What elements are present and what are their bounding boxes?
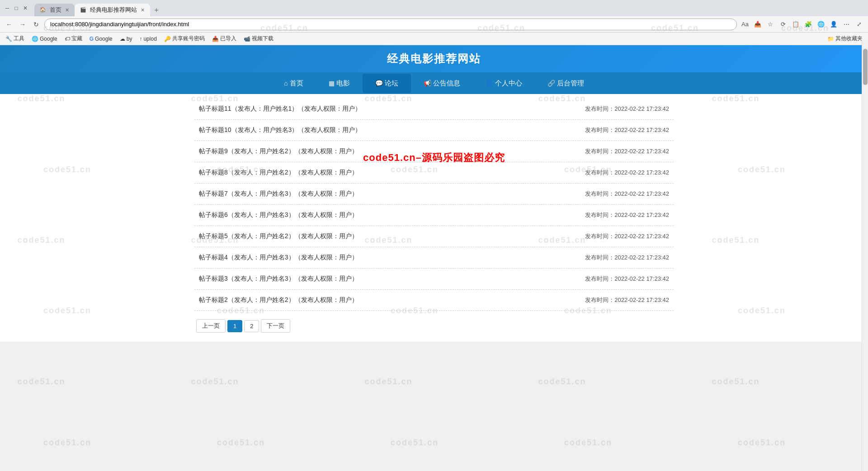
site-header: 经典电影推荐网站 xyxy=(0,45,868,72)
post-item[interactable]: 帖子标题3（发布人：用户姓名3）（发布人权限：用户） 发布时间：2022-02-… xyxy=(194,268,674,290)
post-item[interactable]: 帖子标题9（发布人：用户姓名2）（发布人权限：用户） 发布时间：2022-02-… xyxy=(194,141,674,162)
nav-admin-label: 后台管理 xyxy=(557,79,584,88)
bookmark-google2[interactable]: G Google xyxy=(88,35,114,43)
tab-close-home[interactable]: ✕ xyxy=(65,7,69,13)
post-title: 帖子标题5（发布人：用户姓名2）（发布人权限：用户） xyxy=(199,232,358,240)
scroll-track[interactable] xyxy=(862,40,868,342)
bookmark-by[interactable]: ☁ by xyxy=(118,35,134,43)
post-time: 发布时间：2022-02-22 17:23:42 xyxy=(585,232,669,240)
admin-icon: 🔗 xyxy=(547,80,555,87)
post-item[interactable]: 帖子标题10（发布人：用户姓名3）（发布人权限：用户） 发布时间：2022-02… xyxy=(194,120,674,141)
post-time: 发布时间：2022-02-22 17:23:42 xyxy=(585,254,669,262)
window-controls[interactable]: ─ □ ✕ xyxy=(4,5,29,12)
movie-icon: ▦ xyxy=(329,80,335,87)
prev-page-button[interactable]: 上一页 xyxy=(196,319,226,333)
address-input[interactable] xyxy=(44,19,737,30)
clipboard-icon[interactable]: 📋 xyxy=(790,19,801,30)
translate-icon[interactable]: 🌐 xyxy=(816,19,826,30)
post-item[interactable]: 帖子标题5（发布人：用户姓名2）（发布人权限：用户） 发布时间：2022-02-… xyxy=(194,226,674,247)
post-time: 发布时间：2022-02-22 17:23:42 xyxy=(585,105,669,113)
minimize-button[interactable]: ─ xyxy=(4,5,11,12)
post-title: 帖子标题10（发布人：用户姓名3）（发布人权限：用户） xyxy=(199,126,361,134)
toolbar-icons: Aa 📥 ☆ ⟳ 📋 🧩 🌐 👤 ⋯ ⤢ xyxy=(740,19,864,30)
forward-button[interactable]: → xyxy=(17,19,28,30)
star-icon[interactable]: ☆ xyxy=(765,19,776,30)
post-title: 帖子标题11（发布人：用户姓名1）（发布人权限：用户） xyxy=(199,105,361,113)
bookmark-imported[interactable]: 📥 已导入 xyxy=(210,34,238,43)
tab-label-movie: 经典电影推荐网站 xyxy=(90,6,137,14)
address-bar-row: ← → ↻ Aa 📥 ☆ ⟳ 📋 🧩 🌐 👤 ⋯ ⤢ xyxy=(0,16,868,33)
nav-notice-label: 公告信息 xyxy=(433,79,460,88)
post-time: 发布时间：2022-02-22 17:23:42 xyxy=(585,126,669,134)
tab-close-movie[interactable]: ✕ xyxy=(141,7,145,13)
browser-titlebar: ─ □ ✕ 🏠 首页 ✕ 🎬 经典电影推荐网站 ✕ ＋ xyxy=(0,0,868,16)
page-content: 经典电影推荐网站 ⌂ 首页 ▦ 电影 💬 论坛 📢 公告信息 👤 个人中心 🔗 … xyxy=(0,45,868,342)
post-time: 发布时间：2022-02-22 17:23:42 xyxy=(585,190,669,198)
more-icon[interactable]: ⋯ xyxy=(841,19,852,30)
notice-icon: 📢 xyxy=(424,80,431,87)
page-1-button[interactable]: 1 xyxy=(227,320,242,332)
post-title: 帖子标题3（发布人：用户姓名3）（发布人权限：用户） xyxy=(199,275,358,283)
post-time: 发布时间：2022-02-22 17:23:42 xyxy=(585,169,669,177)
post-item[interactable]: 帖子标题2（发布人：用户姓名2）（发布人权限：用户） 发布时间：2022-02-… xyxy=(194,290,674,311)
bookmark-baozang[interactable]: 🏷 宝藏 xyxy=(63,34,84,43)
next-page-button[interactable]: 下一页 xyxy=(261,319,290,333)
nav-profile-label: 个人中心 xyxy=(495,79,522,88)
site-nav: ⌂ 首页 ▦ 电影 💬 论坛 📢 公告信息 👤 个人中心 🔗 后台管理 xyxy=(0,72,868,94)
tab-label-home: 首页 xyxy=(50,6,61,14)
post-item[interactable]: 帖子标题8（发布人：用户姓名2）（发布人权限：用户） 发布时间：2022-02-… xyxy=(194,162,674,184)
tab-movie[interactable]: 🎬 经典电影推荐网站 ✕ xyxy=(75,4,150,16)
forum-icon: 💬 xyxy=(375,80,383,87)
nav-notice[interactable]: 📢 公告信息 xyxy=(411,74,473,93)
post-time: 发布时间：2022-02-22 17:23:42 xyxy=(585,211,669,219)
post-title: 帖子标题2（发布人：用户姓名2）（发布人权限：用户） xyxy=(199,296,358,304)
extensions-icon[interactable]: 🧩 xyxy=(803,19,814,30)
bookmark-other[interactable]: 📁 其他收藏夹 xyxy=(826,34,864,43)
sync-icon[interactable]: ⟳ xyxy=(778,19,788,30)
post-title: 帖子标题7（发布人：用户姓名3）（发布人权限：用户） xyxy=(199,190,358,198)
refresh-button[interactable]: ↻ xyxy=(31,19,42,30)
bookmark-google1[interactable]: 🌐 Google xyxy=(30,35,59,43)
nav-movie-label: 电影 xyxy=(336,79,350,88)
post-item[interactable]: 帖子标题7（发布人：用户姓名3）（发布人权限：用户） 发布时间：2022-02-… xyxy=(194,184,674,205)
profile-icon[interactable]: 👤 xyxy=(828,19,839,30)
tab-favicon-home: 🏠 xyxy=(40,7,46,13)
nav-home[interactable]: ⌂ 首页 xyxy=(271,74,316,93)
nav-home-label: 首页 xyxy=(290,79,303,88)
post-item[interactable]: 帖子标题4（发布人：用户姓名3）（发布人权限：用户） 发布时间：2022-02-… xyxy=(194,247,674,268)
post-title: 帖子标题9（发布人：用户姓名2）（发布人权限：用户） xyxy=(199,147,358,155)
bookmark-uplod[interactable]: ↑ uplod xyxy=(137,35,158,43)
page-2-button[interactable]: 2 xyxy=(244,320,259,332)
nav-forum[interactable]: 💬 论坛 xyxy=(363,74,411,93)
bookmark-video-dl[interactable]: 📹 视频下载 xyxy=(242,34,275,43)
nav-forum-label: 论坛 xyxy=(385,79,398,88)
restore-button[interactable]: □ xyxy=(13,5,20,12)
fullscreen-icon[interactable]: ⤢ xyxy=(854,19,864,30)
close-button[interactable]: ✕ xyxy=(22,5,29,12)
home-icon: ⌂ xyxy=(284,80,288,87)
back-button[interactable]: ← xyxy=(4,19,14,30)
download-icon[interactable]: 📥 xyxy=(752,19,763,30)
new-tab-button[interactable]: ＋ xyxy=(150,4,163,16)
post-title: 帖子标题6（发布人：用户姓名3）（发布人权限：用户） xyxy=(199,211,358,219)
browser-chrome: ─ □ ✕ 🏠 首页 ✕ 🎬 经典电影推荐网站 ✕ ＋ ← → ↻ Aa 📥 xyxy=(0,0,868,45)
post-time: 发布时间：2022-02-22 17:23:42 xyxy=(585,296,669,304)
scroll-thumb[interactable] xyxy=(863,49,868,85)
tab-home[interactable]: 🏠 首页 ✕ xyxy=(34,4,75,16)
pagination: 上一页 1 2 下一页 xyxy=(194,319,674,333)
nav-admin[interactable]: 🔗 后台管理 xyxy=(535,74,597,93)
bookmarks-bar: 🔧 工具 🌐 Google 🏷 宝藏 G Google ☁ by ↑ uplod… xyxy=(0,33,868,45)
nav-profile[interactable]: 👤 个人中心 xyxy=(473,74,535,93)
post-item[interactable]: 帖子标题11（发布人：用户姓名1）（发布人权限：用户） 发布时间：2022-02… xyxy=(194,99,674,120)
profile-nav-icon: 👤 xyxy=(486,80,493,87)
post-time: 发布时间：2022-02-22 17:23:42 xyxy=(585,147,669,155)
post-list: 帖子标题11（发布人：用户姓名1）（发布人权限：用户） 发布时间：2022-02… xyxy=(194,99,674,311)
site-title: 经典电影推荐网站 xyxy=(0,52,868,66)
reader-mode-icon[interactable]: Aa xyxy=(740,19,750,30)
nav-movie[interactable]: ▦ 电影 xyxy=(316,74,363,93)
bookmark-share-pwd[interactable]: 🔑 共享账号密码 xyxy=(162,34,207,43)
bookmark-tools[interactable]: 🔧 工具 xyxy=(4,34,26,43)
main-content: 帖子标题11（发布人：用户姓名1）（发布人权限：用户） 发布时间：2022-02… xyxy=(185,94,683,342)
post-title: 帖子标题4（发布人：用户姓名3）（发布人权限：用户） xyxy=(199,254,358,262)
post-item[interactable]: 帖子标题6（发布人：用户姓名3）（发布人权限：用户） 发布时间：2022-02-… xyxy=(194,205,674,226)
